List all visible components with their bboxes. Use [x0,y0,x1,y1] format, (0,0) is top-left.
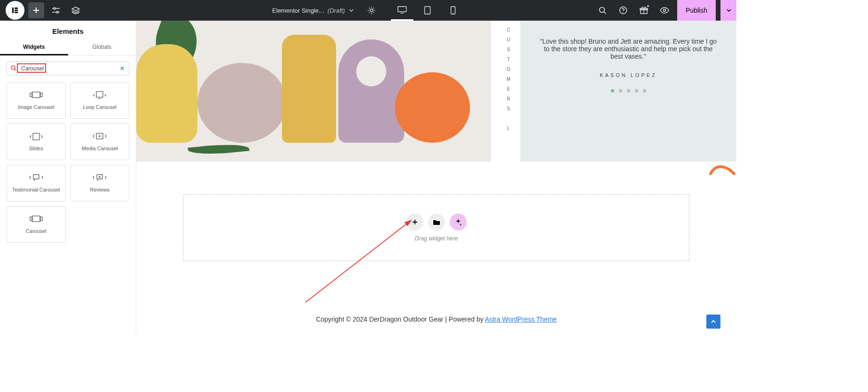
empty-section-dropzone[interactable]: Drag widget here [183,194,689,261]
hero-image [136,21,491,161]
carousel-dot[interactable] [619,89,622,92]
device-desktop[interactable] [391,0,414,21]
chevron-down-icon [348,7,355,14]
vase-shape [136,44,197,143]
svg-point-4 [54,8,55,9]
widget-reviews[interactable]: Reviews [70,165,130,201]
search-widget-input[interactable] [7,61,129,76]
svg-rect-20 [30,93,32,97]
search-widget-wrap: ✕ [7,61,129,76]
vertical-text: CUSTOMERS L [506,27,511,136]
site-settings-button[interactable] [48,2,64,18]
carousel-dot[interactable] [643,89,646,92]
svg-point-17 [664,9,666,12]
widget-label: Testimonial Carousel [12,187,60,192]
clear-search-button[interactable]: ✕ [120,65,125,72]
section-label: CUSTOMERS L [497,21,520,161]
page-settings-button[interactable] [364,2,380,18]
widget-media-carousel[interactable]: Media Carousel [70,123,130,160]
responsive-switcher [391,0,464,21]
plus-icon [412,219,418,225]
add-template-button[interactable] [428,214,445,231]
carousel-dot[interactable] [635,89,638,92]
sparkle-icon [454,218,462,226]
carousel-dot[interactable] [627,89,630,92]
widget-image-carousel[interactable]: Image Carousel [7,82,66,119]
widget-label: Reviews [90,187,109,192]
slides-icon [30,132,43,141]
scroll-to-top-button[interactable] [706,315,720,329]
svg-point-11 [453,13,454,14]
vase-shape [197,63,287,143]
widget-testimonial-carousel[interactable]: Testimonial Carousel [7,165,66,201]
footer-theme-link[interactable]: Astra WordPress Theme [485,315,557,323]
svg-point-14 [623,12,624,13]
chevron-up-icon [710,318,717,325]
svg-rect-29 [30,217,32,221]
topbar-center: Elementor Single… (Draft) [272,0,464,21]
search-icon [10,65,17,71]
footer-text: Copyright © 2024 DerDragon Outdoor Gear … [316,315,485,323]
vase-shape [395,72,470,143]
carousel-pagination [539,89,718,92]
gear-icon [368,6,376,15]
publish-button[interactable]: Publish [677,0,716,21]
device-tablet[interactable] [416,0,439,21]
widget-label: Image Carousel [18,104,55,110]
widget-carousel[interactable]: Carousel [7,206,66,243]
publish-label: Publish [686,7,707,14]
preview-button[interactable] [657,2,673,18]
document-title[interactable]: Elementor Single… (Draft) [272,7,355,14]
topbar-right: Publish [594,0,736,21]
svg-rect-19 [32,92,40,98]
svg-rect-3 [15,12,18,13]
tab-globals[interactable]: Globals [68,40,136,55]
plus-icon [32,7,40,14]
editor-canvas: CUSTOMERS L "Love this shop! Bruno and J… [136,21,736,332]
svg-point-23 [98,98,99,99]
tab-widgets[interactable]: Widgets [0,40,68,55]
desktop-icon [398,6,407,14]
help-icon [619,6,627,15]
svg-point-25 [101,98,102,99]
search-icon [598,6,607,15]
svg-rect-0 [12,8,14,13]
widget-grid: Image Carousel Loop Carousel Slides Medi… [0,79,136,246]
widget-slides[interactable]: Slides [7,123,66,160]
svg-rect-28 [32,216,40,222]
add-section-button[interactable] [407,214,423,231]
finder-button[interactable] [594,2,610,18]
media-carousel-icon [93,132,107,141]
svg-rect-22 [96,92,103,97]
svg-point-12 [600,8,605,13]
svg-point-5 [56,11,58,13]
decorative-swirl [708,160,736,178]
publish-options-button[interactable] [720,0,736,21]
hero-section[interactable]: CUSTOMERS L "Love this shop! Bruno and J… [136,21,736,161]
add-widget-button[interactable] [28,2,44,18]
testimonial-carousel-icon [29,174,43,182]
structure-button[interactable] [68,2,84,18]
device-mobile[interactable] [442,0,464,21]
elementor-logo[interactable] [6,1,24,20]
chevron-down-icon [726,7,732,14]
vase-shape [282,35,336,143]
testimonial-card: "Love this shop! Bruno and Jett are amaz… [520,21,736,161]
svg-rect-30 [40,217,42,221]
carousel-dot[interactable] [611,89,614,92]
widget-label: Media Carousel [82,146,118,151]
testimonial-author: KASON LOPEZ [539,72,718,78]
svg-point-9 [427,13,428,14]
svg-rect-26 [33,133,39,140]
image-carousel-icon [30,91,43,100]
svg-point-18 [11,66,15,69]
whats-new-button[interactable] [636,2,652,18]
widget-loop-carousel[interactable]: Loop Carousel [70,82,130,119]
widget-label: Loop Carousel [83,104,117,110]
widget-label: Carousel [26,228,47,234]
svg-rect-7 [398,7,407,12]
svg-rect-21 [40,93,42,97]
sliders-icon [52,7,60,14]
ai-button[interactable] [450,214,467,231]
help-button[interactable] [615,2,631,18]
